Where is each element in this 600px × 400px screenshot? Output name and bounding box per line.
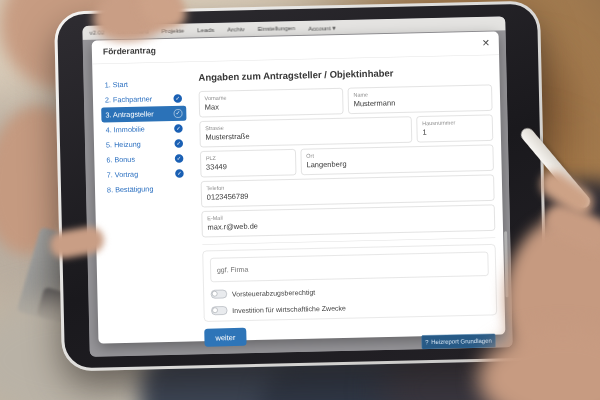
form-area: Angaben zum Antragsteller / Objektinhabe… <box>188 55 505 341</box>
check-icon: ✓ <box>173 94 182 103</box>
firma-placeholder: ggf. Firma <box>217 265 249 274</box>
photo-scene: v2.02 Dashboard Projekte Leads Archiv Ei… <box>0 0 600 400</box>
check-icon: ✓ <box>175 169 184 178</box>
vorname-field[interactable]: Vorname Max <box>199 88 344 117</box>
weiter-button[interactable]: weiter <box>204 328 246 347</box>
nav-item-account[interactable]: Account ▾ <box>308 23 336 31</box>
nav-item-leads[interactable]: Leads <box>197 26 214 33</box>
company-section: ggf. Firma Vorsteuerabzugsberechtigt Inv… <box>202 244 497 322</box>
plz-field[interactable]: PLZ 33449 <box>200 149 296 177</box>
tablet-screen: v2.02 Dashboard Projekte Leads Archiv Ei… <box>82 16 512 357</box>
toggle-row-vorsteuer: Vorsteuerabzugsberechtigt <box>211 284 489 299</box>
nav-item-archiv[interactable]: Archiv <box>227 26 245 33</box>
foerderantrag-modal: Förderantrag ✕ 1. Start ✓ 2. Fachpartner… <box>92 31 506 343</box>
ort-field[interactable]: Ort Langenberg <box>301 145 494 175</box>
sidebar-item-bestaetigung[interactable]: 8. Bestätigung ✓ <box>103 181 188 198</box>
step-sidebar: 1. Start ✓ 2. Fachpartner ✓ 3. Antragste… <box>92 63 194 344</box>
check-icon: ✓ <box>175 154 184 163</box>
strasse-field[interactable]: Strasse Musterstraße <box>200 116 413 147</box>
heizreport-help-button[interactable]: ? Heizreport Grundlagen <box>421 334 495 350</box>
section-divider <box>202 238 495 245</box>
check-icon: ✓ <box>174 124 183 133</box>
close-icon[interactable]: ✕ <box>482 37 490 49</box>
telefon-field[interactable]: Telefon 0123456789 <box>201 175 495 208</box>
email-field[interactable]: E-Mail max.r@web.de <box>202 205 496 238</box>
check-icon: ✓ <box>174 139 183 148</box>
investition-toggle[interactable] <box>211 306 227 315</box>
toggle-row-investition: Investition für wirtschaftliche Zwecke <box>211 300 489 315</box>
hausnummer-field[interactable]: Hausnummer 1 <box>417 115 493 143</box>
nav-item-einstellungen[interactable]: Einstellungen <box>258 25 296 33</box>
vorsteuer-toggle[interactable] <box>211 290 227 299</box>
question-icon: ? <box>425 339 429 346</box>
page-title: Angaben zum Antragsteller / Objektinhabe… <box>198 66 491 84</box>
check-icon: ✓ <box>174 109 183 118</box>
name-field[interactable]: Name Mustermann <box>348 85 493 114</box>
modal-title: Förderantrag <box>103 46 156 57</box>
firma-input[interactable]: ggf. Firma <box>210 252 488 282</box>
tablet: v2.02 Dashboard Projekte Leads Archiv Ei… <box>54 1 548 372</box>
